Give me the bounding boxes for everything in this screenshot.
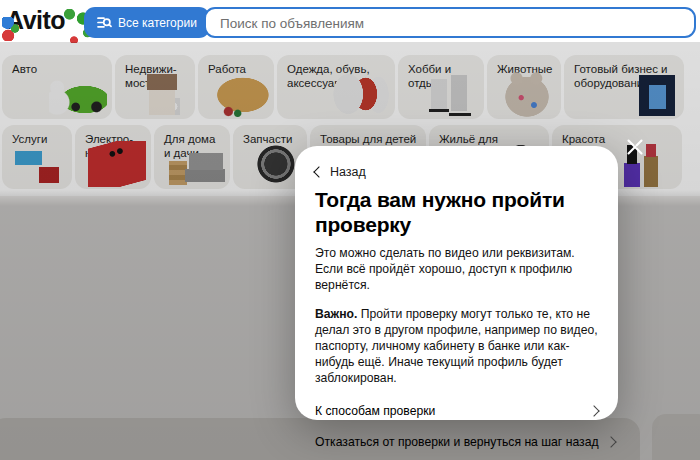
verification-modal: Назад Тогда вам нужно пройти проверку Эт… [295,146,618,420]
phone-icon [88,141,146,187]
important-label: Важно. [315,307,357,321]
ice-skates-icon [421,71,479,117]
modal-action-link[interactable]: Отказаться от проверки и вернуться на ша… [315,433,598,451]
wheel-icon [244,141,302,187]
close-icon[interactable] [626,138,644,156]
search-bar [204,7,696,38]
all-categories-label: Все категории [118,16,197,30]
car-icon [49,71,107,117]
category-card[interactable]: Работа [198,55,274,119]
logo-text: Avito [6,6,65,34]
modal-action-label: К способам проверки [315,404,435,418]
category-card[interactable]: Для дома и дачи [154,125,230,189]
promo-banner-side[interactable] [652,414,700,460]
search-input[interactable] [218,9,661,38]
avito-page: Avito Все категории АвтоНедвижи-мостьРаб… [0,0,700,460]
modal-actions: К способам проверкиОтказаться от проверк… [315,402,598,451]
category-card[interactable]: Одежда, обувь, аксессуары [277,55,395,119]
cat-icon [498,71,556,117]
category-card[interactable]: Услуги [2,125,72,189]
chevron-left-icon [313,166,324,177]
modal-paragraph-2: Важно. Пройти проверку могут только те, … [315,306,598,386]
clothes-icon [332,71,390,117]
payment-terminal-icon [621,71,679,117]
category-label: Товары для детей [310,125,426,147]
back-link[interactable]: Назад [315,165,366,179]
category-card[interactable]: Недвижи-мость [115,55,195,119]
modal-paragraph-1: Это можно сделать по видео или реквизита… [315,245,598,293]
category-card[interactable]: Авто [2,55,112,119]
briefcase-icon [211,71,269,117]
modal-action-link[interactable]: К способам проверки [315,402,598,420]
category-card[interactable]: Электро-ника [75,125,151,189]
furniture-icon [167,141,225,187]
modal-paragraph-2-text: Пройти проверку могут только те, кто не … [315,307,598,385]
header: Avito Все категории [0,0,700,42]
back-label: Назад [330,165,366,179]
category-card[interactable]: Животные [487,55,561,119]
paint-roller-icon [9,141,67,187]
category-card[interactable]: Готовый бизнес и оборудование [564,55,684,119]
all-categories-button[interactable]: Все категории [84,7,210,38]
category-card[interactable]: Хобби и отдых [398,55,484,119]
avito-logo[interactable]: Avito [6,6,65,35]
modal-title: Тогда вам нужно пройти проверку [315,187,598,237]
chevron-right-icon [588,405,599,416]
house-icon [132,71,190,117]
modal-action-label: Отказаться от проверки и вернуться на ша… [315,435,599,449]
categories-search-icon [97,15,112,30]
